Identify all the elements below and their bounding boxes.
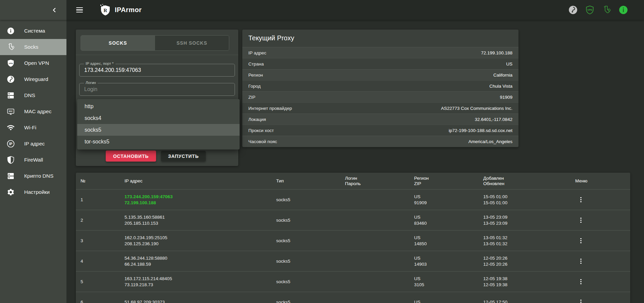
row-menu-button[interactable] (578, 258, 584, 265)
proxy-info-value: Chula Vista (489, 84, 512, 89)
sidebar-collapse-button[interactable] (50, 6, 58, 14)
row-region: US83460 (409, 210, 479, 230)
socks-status-icon[interactable] (602, 5, 611, 14)
row-type: socks5 (271, 292, 340, 303)
row-menu (571, 231, 630, 251)
proxy-info-value: AS22773 Cox Communications Inc. (441, 106, 512, 111)
proxy-info-value: America/Los_Angeles (468, 139, 512, 144)
row-region: US14850 (409, 231, 479, 251)
row-menu (571, 190, 630, 210)
dropdown-option[interactable]: http (77, 100, 240, 112)
sidebar-item-mac[interactable]: MAC MAC адрес (0, 103, 66, 120)
info-status-icon[interactable] (619, 5, 628, 14)
row-ip-port: 163.172.115.214:48405 (125, 276, 271, 282)
header-added: ДобавленОбновлен (479, 173, 571, 189)
proxy-info-row: Страна US (242, 58, 518, 69)
row-ip-port: 51.68.97.209:30373 (125, 299, 271, 303)
header-num: № (76, 173, 120, 189)
row-dates: 12-05 17:50 (479, 292, 571, 303)
row-login (340, 190, 409, 210)
dropdown-option[interactable]: socks5 (77, 124, 240, 136)
proxy-info-label: ZIP (248, 95, 255, 100)
row-ip: 173.244.200.159:47063 72.199.100.188 (120, 190, 271, 210)
row-menu (571, 251, 630, 271)
row-region: US3105 (409, 272, 479, 292)
row-menu-button[interactable] (578, 278, 584, 286)
sidebar-item-openvpn[interactable]: VPN Open VPN (0, 55, 66, 71)
socks-tabs: SOCKS SSH SOCKS (81, 35, 229, 51)
login-field: Логин (79, 83, 235, 96)
row-number: 4 (76, 251, 120, 271)
sidebar-item-crypto-dns[interactable]: Крипто DNS (0, 168, 66, 184)
sidebar-item-label: Крипто DNS (24, 173, 53, 179)
svg-text:MAC: MAC (9, 110, 13, 112)
stop-button[interactable]: ОСТАНОВИТЬ (106, 150, 156, 162)
login-input[interactable] (80, 83, 235, 95)
proxy-info-value: US (506, 61, 512, 67)
sidebar-item-label: MAC адрес (24, 109, 51, 115)
server-icon (7, 172, 15, 180)
proxy-info-row: IP адрес 72.199.100.188 (242, 47, 518, 58)
start-button[interactable]: ЗАПУСТИТЬ (161, 151, 206, 161)
wireguard-status-icon[interactable] (568, 5, 578, 14)
login-field-label: Логин (84, 81, 98, 85)
menu-toggle-button[interactable] (76, 7, 83, 13)
proxy-info-row: Прокси хост ip72-199-100-188.sd.sd.cox.n… (242, 125, 518, 136)
current-proxy-rows: IP адрес 72.199.100.188 Страна US Регион… (242, 47, 518, 147)
header-menu: Меню (571, 173, 630, 189)
row-dates: 13-05 23:0913-05 23:09 (479, 210, 571, 230)
sidebar-item-settings[interactable]: Настройки (0, 184, 66, 200)
proxy-info-row: Интернет провайдер AS22773 Cox Communica… (242, 102, 518, 114)
sidebar-item-wireguard[interactable]: Wireguard (0, 71, 66, 87)
sidebar-item-dns[interactable]: DNS (0, 87, 66, 103)
row-dates: 12-05 19:3812-05 19:38 (479, 272, 571, 292)
proxy-table-body: 1 173.244.200.159:47063 72.199.100.188 s… (76, 189, 630, 303)
sidebar-item-label: Wireguard (24, 76, 48, 82)
row-ip-port: 5.135.35.160:58861 (125, 214, 271, 220)
row-login (340, 251, 409, 271)
firewall-shield-icon (7, 156, 15, 164)
proxy-info-row: Регион California (242, 69, 518, 80)
row-type: socks5 (271, 190, 340, 210)
row-login (340, 272, 409, 292)
dropdown-option[interactable]: socks4 (77, 112, 240, 124)
sidebar-item-label: DNS (24, 92, 35, 98)
row-menu-button[interactable] (578, 237, 584, 245)
sidebar-item-ip[interactable]: IP IP адрес (0, 136, 66, 152)
tab-socks[interactable]: SOCKS (81, 36, 155, 50)
proxy-info-label: Локация (248, 117, 266, 122)
sidebar-item-socks[interactable]: Socks (0, 39, 66, 55)
row-dates: 13-05 01:3213-05 01:32 (479, 231, 571, 251)
sidebar-item-firewall[interactable]: FireWall (0, 152, 66, 168)
table-row: 1 173.244.200.159:47063 72.199.100.188 s… (76, 189, 630, 210)
proxy-info-row: ZIP 91909 (242, 91, 518, 102)
vpn-shield-icon: VPN (7, 59, 15, 67)
row-login (340, 292, 409, 303)
proxy-info-label: Страна (248, 61, 264, 67)
vpn-status-icon[interactable]: VPN (585, 5, 594, 14)
sidebar-item-label: Open VPN (24, 60, 49, 66)
proxy-info-row: Часовой пояс America/Los_Angeles (242, 136, 518, 147)
row-menu (571, 292, 630, 303)
row-ip: 54.36.244.128:58880 66.24.188.59 (120, 251, 271, 271)
sidebar-item-label: IP адрес (24, 141, 45, 147)
row-menu-button[interactable] (578, 217, 584, 224)
row-number: 3 (76, 231, 120, 251)
ip-port-input[interactable] (80, 64, 235, 76)
dropdown-option[interactable]: tor-socks5 (77, 136, 240, 147)
iparmor-logo-icon: R (100, 4, 111, 16)
sidebar-item-sistema[interactable]: Система (0, 23, 66, 39)
row-external-ip: 208.125.236.190 (125, 241, 271, 247)
header-region: РегионZIP (409, 173, 479, 189)
tab-ssh-socks[interactable]: SSH SOCKS (155, 36, 229, 50)
header-ip: IP адрес (120, 173, 271, 189)
row-menu-button[interactable] (578, 299, 584, 303)
proxy-info-value: ip72-199-100-188.sd.sd.cox.net (449, 128, 512, 133)
brand-name: IPArmor (115, 6, 142, 14)
row-external-ip: 205.185.110.153 (125, 220, 271, 226)
sidebar-item-label: Socks (24, 44, 38, 50)
row-login (340, 210, 409, 230)
sidebar-item-wifi[interactable]: Wi-Fi (0, 120, 66, 136)
row-external-ip: 66.24.188.59 (125, 261, 271, 267)
row-menu-button[interactable] (578, 196, 584, 204)
